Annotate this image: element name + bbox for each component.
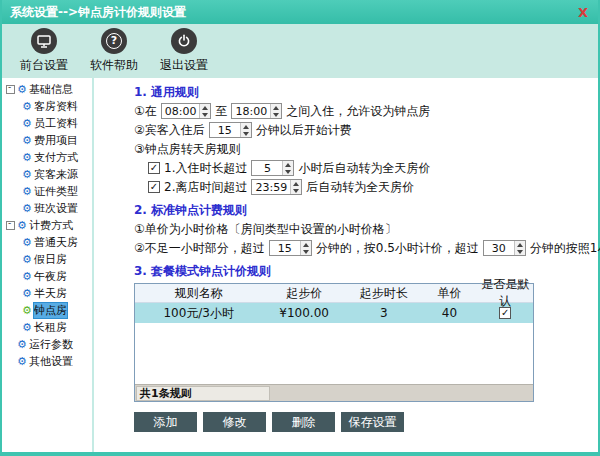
checkin-window-rule: ①在 08:00 至 18:00 之间入住，允许设为钟点房 [134,102,600,120]
exit-settings-button[interactable]: 退出设置 [156,28,212,74]
checkout-time-rule: 2.离店时间超过 23:59 后自动转为全天房价 [148,178,600,196]
full-hour-threshold-input[interactable]: 30 [483,240,526,256]
rules-panel: 1. 通用规则 ①在 08:00 至 18:00 之间入住，允许设为钟点房 ②宾… [94,78,600,452]
spin-up-icon[interactable] [301,241,311,248]
checkin-from-input[interactable]: 08:00 [161,103,212,119]
spin-up-icon[interactable] [271,104,281,111]
sidebar-item-billing-methods[interactable]: ⚙计费方式 [2,217,92,234]
delete-button[interactable]: 删除 [272,412,335,432]
collapse-icon[interactable] [6,221,15,230]
gear-icon: ⚙ [22,134,32,147]
column-header: 单价 [422,285,478,302]
gear-icon: ⚙ [22,321,32,334]
package-rules-table: 规则名称 起步价 起步时长 单价 是否是默认 100元/3小时 ¥100.00 … [134,283,534,402]
is-default-checkbox[interactable] [499,307,511,319]
collapse-icon[interactable] [6,85,15,94]
gear-icon: ⚙ [22,202,32,215]
sidebar-item-basic-info[interactable]: ⚙基础信息 [2,81,92,98]
spin-up-icon[interactable] [283,161,293,168]
sidebar-item-id-types[interactable]: ⚙证件类型 [2,183,92,200]
window-title: 系统设置-->钟点房计价规则设置 [10,4,186,21]
unit-price-cell: 40 [422,306,478,320]
gear-icon: ⚙ [17,219,27,232]
column-header: 起步价 [262,285,346,302]
modify-button[interactable]: 修改 [203,412,266,432]
table-status-bar: 共1条规则 [135,384,533,401]
spin-down-icon[interactable] [283,168,293,175]
sidebar-item-long-term-room[interactable]: ⚙长租房 [2,319,92,336]
gear-icon: ⚙ [22,287,32,300]
gear-icon: ⚙ [22,151,32,164]
checkout-time-input[interactable]: 23:59 [251,179,302,195]
sidebar-item-shift-settings[interactable]: ⚙班次设置 [2,200,92,217]
gear-icon: ⚙ [22,270,32,283]
is-default-cell [477,307,533,319]
settings-window: 系统设置-->钟点房计价规则设置 X 前台设置 ? 软件帮助 退出设置 ⚙基础信… [0,0,600,456]
sidebar-item-hourly-room[interactable]: ⚙钟点房 [2,302,92,319]
checkout-time-checkbox[interactable] [148,181,160,193]
spin-down-icon[interactable] [200,111,210,118]
sidebar-item-midnight-room[interactable]: ⚙午夜房 [2,268,92,285]
gear-icon: ⚙ [17,83,27,96]
column-header: 规则名称 [135,285,262,302]
gear-icon: ⚙ [22,304,32,317]
gear-icon: ⚙ [22,253,32,266]
action-button-row: 添加 修改 删除 保存设置 [134,412,600,432]
max-hours-input[interactable]: 5 [251,160,294,176]
close-button[interactable]: X [578,5,588,20]
gear-icon: ⚙ [22,100,32,113]
sidebar-item-payment-methods[interactable]: ⚙支付方式 [2,149,92,166]
sidebar-item-half-day-room[interactable]: ⚙半天房 [2,285,92,302]
window-body: ⚙基础信息 ⚙客房资料 ⚙员工资料 ⚙费用项目 ⚙支付方式 ⚙宾客来源 ⚙证件类… [2,78,598,452]
spin-down-icon[interactable] [241,130,251,137]
save-settings-button[interactable]: 保存设置 [341,412,404,432]
sidebar-item-guest-sources[interactable]: ⚙宾客来源 [2,166,92,183]
sidebar-item-regular-day-room[interactable]: ⚙普通天房 [2,234,92,251]
sidebar-item-run-parameters[interactable]: ⚙运行参数 [2,336,92,353]
tool-label: 软件帮助 [90,57,138,74]
monitor-icon [31,28,57,54]
checkin-to-input[interactable]: 18:00 [231,103,282,119]
tool-label: 前台设置 [20,57,68,74]
partial-hour-rule: ②不足一小时部分，超过 15 分钟的，按0.5小时计价，超过 30 分钟的按照1… [134,239,600,257]
gear-icon: ⚙ [22,236,32,249]
spin-up-icon[interactable] [241,123,251,130]
sidebar-item-room-data[interactable]: ⚙客房资料 [2,98,92,115]
help-icon: ? [101,28,127,54]
rule-name-cell: 100元/3小时 [135,305,262,322]
column-header: 起步时长 [346,285,422,302]
sidebar-item-holiday-room[interactable]: ⚙假日房 [2,251,92,268]
sidebar-item-other-settings[interactable]: ⚙其他设置 [2,353,92,370]
add-button[interactable]: 添加 [134,412,197,432]
rule-count-label: 共1条规则 [136,386,270,401]
column-header: 是否是默认 [477,276,533,310]
software-help-button[interactable]: ? 软件帮助 [86,28,142,74]
spin-up-icon[interactable] [200,104,210,111]
table-row[interactable]: 100元/3小时 ¥100.00 3 40 [135,303,533,323]
spin-up-icon[interactable] [515,241,525,248]
sidebar-item-staff-data[interactable]: ⚙员工资料 [2,115,92,132]
billing-delay-input[interactable]: 15 [209,122,252,138]
sidebar-item-fee-items[interactable]: ⚙费用项目 [2,132,92,149]
convert-rule-label: ③钟点房转天房规则 [134,140,600,158]
spin-down-icon[interactable] [271,111,281,118]
unit-price-rule: ①单价为小时价格〔房间类型中设置的小时价格〕 [134,220,600,238]
frontdesk-settings-button[interactable]: 前台设置 [16,28,72,74]
base-price-cell: ¥100.00 [262,306,346,320]
power-icon [171,28,197,54]
spin-down-icon[interactable] [515,248,525,255]
max-hours-checkbox[interactable] [148,162,160,174]
spin-up-icon[interactable] [291,180,301,187]
half-hour-threshold-input[interactable]: 15 [269,240,312,256]
spin-down-icon[interactable] [301,248,311,255]
gear-icon: ⚙ [17,338,27,351]
toolbar: 前台设置 ? 软件帮助 退出设置 [2,24,598,78]
spin-down-icon[interactable] [291,187,301,194]
max-hours-rule: 1.入住时长超过 5 小时后自动转为全天房价 [148,159,600,177]
billing-delay-rule: ②宾客入住后 15 分钟以后开始计费 [134,121,600,139]
title-bar: 系统设置-->钟点房计价规则设置 X [2,0,598,24]
gear-icon: ⚙ [17,355,27,368]
general-rules-heading: 1. 通用规则 [134,84,600,101]
gear-icon: ⚙ [22,168,32,181]
base-duration-cell: 3 [346,306,422,320]
